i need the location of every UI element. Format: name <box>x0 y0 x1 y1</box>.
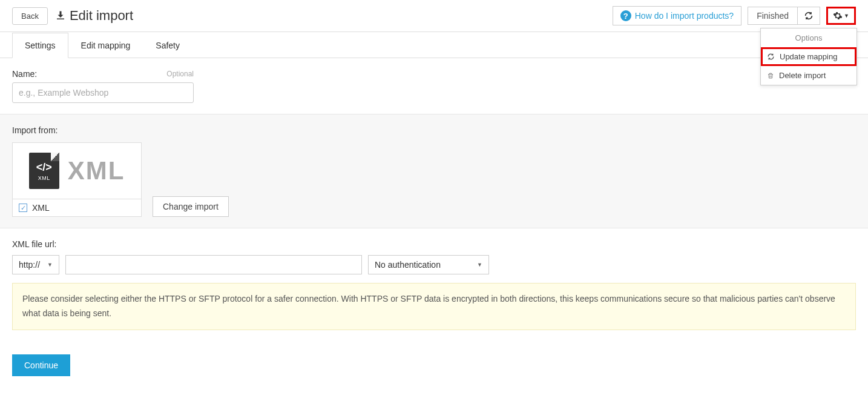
xml-file-icon: </> XML <box>29 153 59 189</box>
delete-import-label: Delete import <box>779 71 826 80</box>
auth-select[interactable]: No authentication ▼ <box>368 255 489 274</box>
continue-button[interactable]: Continue <box>12 354 70 376</box>
url-label: XML file url: <box>12 239 856 249</box>
caret-down-icon: ▼ <box>47 262 53 268</box>
tab-edit-mapping[interactable]: Edit mapping <box>68 33 143 58</box>
xml-checkbox[interactable]: ✓ <box>19 204 27 212</box>
page-title: Edit import <box>70 8 133 24</box>
import-card-body: </> XML XML <box>13 143 141 199</box>
protocol-value: http:// <box>19 260 40 270</box>
help-icon: ? <box>620 10 631 21</box>
import-row: </> XML XML ✓ XML Change import <box>12 142 856 217</box>
name-input[interactable] <box>12 82 194 103</box>
dropdown-header: Options <box>761 28 856 47</box>
import-card: </> XML XML ✓ XML <box>12 142 142 217</box>
options-dropdown: Options Update mapping Delete import <box>760 28 857 85</box>
code-bracket-icon: </> <box>36 161 52 174</box>
update-mapping-label: Update mapping <box>780 52 837 61</box>
status-box: Finished <box>748 7 820 25</box>
help-link[interactable]: ? How do I import products? <box>613 6 741 25</box>
name-field-row: Name: Optional <box>12 69 194 79</box>
import-from-section: Import from: </> XML XML ✓ XML Change im… <box>0 114 868 228</box>
refresh-icon <box>767 53 775 61</box>
download-icon <box>55 10 66 21</box>
protocol-select[interactable]: http:// ▼ <box>12 255 59 274</box>
header-right: ? How do I import products? Finished ▼ <box>613 6 856 25</box>
url-section: XML file url: http:// ▼ No authenticatio… <box>0 228 868 341</box>
refresh-button[interactable] <box>797 7 820 24</box>
delete-import-item[interactable]: Delete import <box>761 66 856 85</box>
caret-down-icon: ▼ <box>477 262 482 268</box>
back-button[interactable]: Back <box>12 7 48 25</box>
tab-settings[interactable]: Settings <box>12 33 68 58</box>
tab-safety[interactable]: Safety <box>143 33 192 58</box>
change-import-button[interactable]: Change import <box>153 196 229 217</box>
update-mapping-item[interactable]: Update mapping <box>761 47 856 66</box>
caret-down-icon: ▼ <box>844 13 849 19</box>
auth-value: No authentication <box>375 260 441 270</box>
name-label: Name: <box>12 69 37 79</box>
header: Back Edit import ? How do I import produ… <box>0 0 868 32</box>
import-card-footer: ✓ XML <box>13 199 141 216</box>
xml-icon-text: XML <box>38 175 50 181</box>
gear-menu-button[interactable]: ▼ <box>826 7 856 25</box>
name-section: Name: Optional <box>0 58 868 114</box>
url-row: http:// ▼ No authentication ▼ <box>12 255 856 274</box>
tabs: Settings Edit mapping Safety <box>0 32 868 58</box>
help-text: How do I import products? <box>635 11 734 21</box>
trash-icon <box>767 72 774 79</box>
xml-type-label: XML <box>68 156 125 185</box>
protocol-warning: Please consider selecting either the HTT… <box>12 283 856 330</box>
url-input[interactable] <box>65 255 362 274</box>
gear-icon <box>833 11 843 21</box>
import-from-label: Import from: <box>12 125 856 135</box>
title-wrap: Edit import <box>55 8 133 24</box>
xml-checkbox-label: XML <box>32 203 50 213</box>
status-text: Finished <box>748 7 797 24</box>
optional-label: Optional <box>166 70 194 78</box>
